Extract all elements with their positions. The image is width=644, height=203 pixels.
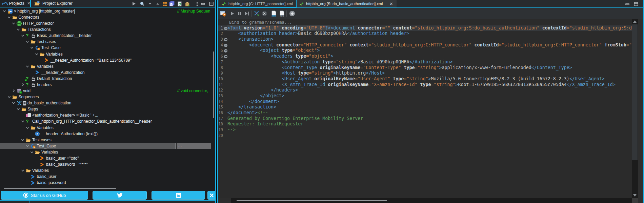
tree-item--header-authorization[interactable]: __header_Authorization bbox=[0, 69, 211, 76]
tree-item-variables[interactable]: Variables bbox=[0, 149, 211, 155]
tree-item-basic-password-[interactable]: basic_password ="****" bbox=[0, 161, 211, 168]
overflow-menu-icon[interactable] bbox=[194, 1, 200, 7]
expander-open-icon[interactable] bbox=[30, 45, 34, 51]
tree-item--header-authorization-basic-123456789-[interactable]: __header_Authorization ="Basic 123456789… bbox=[0, 57, 211, 63]
tree-item-call-httpbin-org-http-connector-basic-au[interactable]: ?Call_httpbin_org_HTTP_connector_Basic_a… bbox=[0, 118, 211, 125]
expander-open-icon[interactable] bbox=[12, 100, 15, 106]
tree-item-headers[interactable]: ?headers bbox=[0, 81, 211, 88]
expander-closed-icon[interactable] bbox=[21, 81, 24, 88]
fold-icon[interactable] bbox=[224, 49, 227, 53]
xml-editor[interactable]: Bind to grammar/schema...1<?xml version=… bbox=[218, 19, 632, 198]
tree-item-variables[interactable]: Variables bbox=[0, 51, 211, 57]
line-number: 1 bbox=[218, 25, 223, 31]
tree-item--httpbin-org-httpbin-org-master-[interactable]: > httpbin_org [httpbin_org master]// Mas… bbox=[0, 8, 211, 15]
expander-open-icon[interactable] bbox=[35, 51, 38, 57]
expander-open-icon[interactable] bbox=[17, 106, 20, 113]
play-icon[interactable] bbox=[229, 10, 236, 17]
tree-item-transactions[interactable]: Transactions bbox=[0, 26, 211, 33]
expander-closed-icon[interactable] bbox=[12, 88, 15, 94]
folder-icon bbox=[21, 106, 26, 113]
expander-open-icon[interactable] bbox=[26, 63, 29, 69]
tree-item-sequences[interactable]: Sequences bbox=[0, 94, 211, 100]
xml-document-icon[interactable]: xml bbox=[270, 10, 277, 17]
maximize-icon[interactable] bbox=[208, 1, 215, 7]
run-icon[interactable] bbox=[130, 1, 137, 7]
tree-item-steps[interactable]: Steps bbox=[0, 106, 211, 113]
tab-projects[interactable]: Projects ✕ bbox=[0, 0, 31, 7]
chevB-icon bbox=[35, 69, 39, 76]
expander-open-icon[interactable] bbox=[21, 33, 24, 39]
minimize-icon[interactable] bbox=[625, 1, 630, 5]
xsd-document-icon[interactable]: xsd bbox=[279, 10, 285, 17]
download-icon[interactable] bbox=[289, 10, 296, 17]
tree-item-label: Test_Case bbox=[41, 45, 61, 51]
expander-open-icon[interactable] bbox=[30, 149, 34, 155]
expander-open-icon[interactable] bbox=[7, 94, 11, 100]
refresh-document-icon[interactable] bbox=[176, 1, 183, 7]
editor-tab-do-basic-authentication[interactable]: httpbin_org [S: do_basic_authentication]… bbox=[297, 0, 397, 7]
kiviat-grid-icon[interactable] bbox=[161, 1, 168, 7]
editor-tab-http-connector[interactable]: httpbin_org [C: HTTP_connector].xml bbox=[219, 0, 297, 7]
fold-icon[interactable] bbox=[224, 44, 227, 47]
expander-open-icon[interactable] bbox=[21, 167, 24, 174]
generate-icon[interactable] bbox=[253, 10, 260, 17]
stop-icon[interactable] bbox=[261, 10, 268, 17]
expander-open-icon[interactable] bbox=[26, 143, 29, 149]
expander-open-icon[interactable] bbox=[21, 137, 24, 143]
tree-item-variables[interactable]: Variables bbox=[0, 124, 211, 131]
validate-icon[interactable] bbox=[220, 10, 226, 17]
editor-vertical-scrollbar[interactable] bbox=[632, 19, 638, 198]
tree-item-basic-user[interactable]: basic_user bbox=[0, 174, 211, 180]
tree-item-void[interactable]: void// void connector, bbox=[0, 88, 211, 94]
close-tab-icon[interactable]: ✕ bbox=[389, 1, 393, 6]
expander-open-icon[interactable] bbox=[26, 124, 29, 131]
tree-item-test-cases[interactable]: Test cases bbox=[0, 137, 211, 143]
expander-open-icon[interactable] bbox=[12, 20, 15, 27]
code-line-19: 19--> bbox=[218, 127, 632, 133]
tree-item-basic-password[interactable]: basic_password bbox=[0, 180, 211, 186]
tree-item-default-transaction[interactable]: ?Default_transaction bbox=[0, 75, 211, 82]
tree-item-test-case[interactable]: Test_Case bbox=[0, 45, 211, 51]
expander-open-icon[interactable] bbox=[7, 14, 11, 21]
tree-item--authorization-header-basic-[interactable]: <authorization_header> ='Basic ' +... bbox=[0, 112, 211, 119]
collapse-up-icon[interactable] bbox=[154, 1, 161, 7]
maximize-icon[interactable] bbox=[634, 1, 638, 5]
fold-icon[interactable] bbox=[224, 27, 227, 30]
tree-item--header-authorization-text-[interactable]: __header_Authorization (text()) bbox=[0, 130, 211, 137]
tree-vertical-scrollbar[interactable] bbox=[213, 52, 214, 118]
minimize-icon[interactable] bbox=[200, 1, 206, 7]
tree-item-connectors[interactable]: Connectors bbox=[0, 14, 211, 21]
tree-item-do-basic-authentication[interactable]: do_basic_authentication bbox=[0, 100, 211, 106]
search-icon[interactable] bbox=[139, 1, 145, 7]
deploy-package-icon[interactable] bbox=[184, 1, 191, 7]
fold-icon[interactable] bbox=[224, 38, 227, 41]
fold-icon[interactable] bbox=[224, 55, 227, 58]
tree-item-variables[interactable]: Variables bbox=[0, 63, 211, 69]
expander-open-icon[interactable] bbox=[21, 118, 24, 125]
expander-open-icon[interactable] bbox=[17, 26, 20, 33]
save-all-icon[interactable] bbox=[168, 1, 175, 7]
pause-icon[interactable] bbox=[236, 10, 243, 17]
folder-icon bbox=[21, 26, 26, 33]
tab-project-explorer[interactable]: Project Explorer bbox=[33, 0, 90, 7]
editor-horizontal-scrollbar[interactable] bbox=[231, 198, 632, 203]
close-banner-button[interactable] bbox=[207, 191, 215, 200]
twitter-button[interactable] bbox=[93, 191, 147, 200]
github-button[interactable]: Star us on GitHub bbox=[1, 191, 88, 200]
expander-open-icon[interactable] bbox=[3, 8, 6, 15]
tree-item-variables[interactable]: Variables bbox=[0, 167, 211, 174]
xml-file-icon bbox=[222, 2, 226, 6]
expander-open-icon[interactable] bbox=[26, 39, 29, 45]
collapse-down-icon[interactable] bbox=[146, 1, 153, 7]
tree-item-basic-authentication-header[interactable]: ?Basic_authentication__header bbox=[0, 33, 211, 39]
tree-horizontal-scrollbar[interactable] bbox=[4, 188, 116, 189]
tree-item-comment: // void connector, bbox=[177, 88, 210, 94]
tree-item-http-connector[interactable]: HTTP_connector bbox=[0, 20, 211, 27]
bind-grammar-hint[interactable]: Bind to grammar/schema... bbox=[227, 20, 292, 25]
panel-divider[interactable] bbox=[215, 0, 218, 203]
step-icon[interactable] bbox=[243, 10, 250, 17]
linkedin-button[interactable]: in bbox=[152, 191, 205, 200]
tree-item-test-case[interactable]: Test_Case bbox=[0, 143, 211, 149]
tree-item-basic-user-toto-[interactable]: basic_user ="toto" bbox=[0, 155, 211, 161]
tree-item-test-cases[interactable]: Test cases bbox=[0, 39, 211, 45]
